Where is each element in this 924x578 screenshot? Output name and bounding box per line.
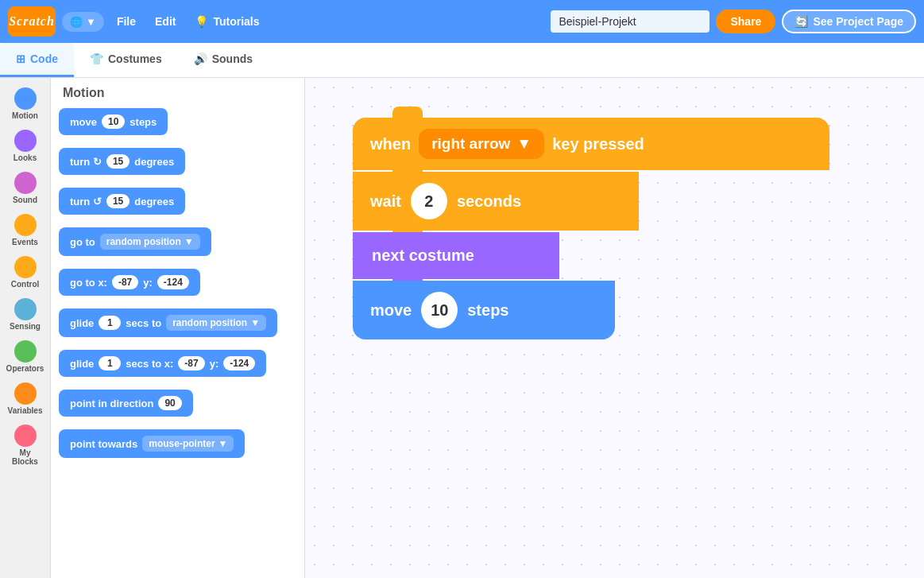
costume-label: next costume xyxy=(372,246,474,265)
sidebar-item-sound[interactable]: Sound xyxy=(2,169,48,208)
logo-text: Scratch xyxy=(9,14,55,29)
share-button[interactable]: Share xyxy=(716,10,775,33)
language-button[interactable]: 🌐 ▼ xyxy=(62,12,104,32)
see-project-label: See Project Page xyxy=(813,15,903,28)
lightbulb-icon: 💡 xyxy=(195,15,208,28)
block-point-dir[interactable]: point in direction 90 xyxy=(59,390,296,423)
glide-secs-label: secs to xyxy=(126,317,161,329)
block-wait-seconds[interactable]: wait 2 seconds xyxy=(353,172,829,231)
glide-xy-value: 1 xyxy=(99,356,121,370)
move-label: move xyxy=(70,116,97,128)
move-script-label: move xyxy=(370,301,412,320)
operators-label: Operators xyxy=(6,364,44,373)
sound-label: Sound xyxy=(13,196,37,204)
block-point-towards[interactable]: point towards mouse-pointer ▼ xyxy=(59,429,296,464)
block-turn-cw[interactable]: turn ↻ 15 degrees xyxy=(59,148,296,181)
point-towards-arrow: ▼ xyxy=(218,438,228,449)
tabs-bar: ⊞ Code 👕 Costumes 🔊 Sounds xyxy=(0,43,924,78)
block-next-costume[interactable]: next costume xyxy=(353,232,829,279)
glide-xy-secs-label: secs to x: xyxy=(126,358,173,370)
costume-block: next costume xyxy=(353,232,559,279)
turn-ccw-label: turn ↺ xyxy=(70,196,102,208)
goto-xy-label: go to x: xyxy=(70,277,107,289)
turn-cw-value: 15 xyxy=(106,154,130,169)
point-towards-dropdown[interactable]: mouse-pointer ▼ xyxy=(142,436,234,452)
glide-xy-y-value: -124 xyxy=(223,356,255,370)
sidebar-item-myblocks[interactable]: My Blocks xyxy=(2,421,48,469)
block-turn-ccw[interactable]: turn ↺ 15 degrees xyxy=(59,188,296,221)
move-value-circle[interactable]: 10 xyxy=(421,292,458,328)
point-towards-value: mouse-pointer xyxy=(149,438,215,449)
blocks-panel: Motion move 10 steps turn ↻ 15 degrees t… xyxy=(51,78,305,578)
file-menu[interactable]: File xyxy=(110,11,142,32)
dropdown-arrow-icon: ▼ xyxy=(516,135,532,153)
code-tab-label: Code xyxy=(30,52,58,65)
variables-label: Variables xyxy=(8,406,43,415)
block-goto[interactable]: go to random position ▼ xyxy=(59,227,296,262)
key-dropdown[interactable]: right arrow ▼ xyxy=(419,129,544,159)
key-dropdown-value: right arrow xyxy=(431,135,510,153)
code-tab-icon: ⊞ xyxy=(16,52,25,65)
motion-dot xyxy=(14,87,37,110)
degrees-ccw-label: degrees xyxy=(134,196,174,208)
main-layout: Motion Looks Sound Events Control Sensin… xyxy=(0,78,924,578)
turn-ccw-value: 15 xyxy=(106,194,130,208)
myblocks-label: My Blocks xyxy=(7,448,44,466)
sensing-label: Sensing xyxy=(10,322,41,331)
tab-sounds[interactable]: 🔊 Sounds xyxy=(178,43,269,77)
see-project-button[interactable]: 🔄 See Project Page xyxy=(782,10,916,33)
sidebar-item-motion[interactable]: Motion xyxy=(2,84,48,123)
goto-dropdown-arrow: ▼ xyxy=(184,236,194,247)
block-move-steps[interactable]: move 10 steps xyxy=(59,108,296,142)
puzzle-fill-wait xyxy=(392,172,423,184)
sidebar-item-sensing[interactable]: Sensing xyxy=(2,295,48,334)
block-glide-to[interactable]: glide 1 secs to random position ▼ xyxy=(59,308,296,343)
variables-dot xyxy=(14,382,37,405)
point-dir-value: 90 xyxy=(158,396,181,410)
edit-menu[interactable]: Edit xyxy=(149,11,182,32)
project-name-input[interactable] xyxy=(551,10,709,33)
wait-label: wait xyxy=(370,192,401,211)
sidebar-item-events[interactable]: Events xyxy=(2,211,48,250)
sidebar-item-operators[interactable]: Operators xyxy=(2,337,48,376)
sidebar-item-looks[interactable]: Looks xyxy=(2,126,48,165)
block-glide-xy[interactable]: glide 1 secs to x: -87 y: -124 xyxy=(59,350,296,383)
see-project-icon: 🔄 xyxy=(794,15,808,28)
scripting-area[interactable]: when right arrow ▼ key pressed wait 2 xyxy=(305,78,924,578)
goto-y-label: y: xyxy=(143,277,153,289)
key-pressed-label: key pressed xyxy=(552,135,644,153)
point-towards-label: point towards xyxy=(70,438,137,450)
goto-dropdown[interactable]: random position ▼ xyxy=(100,234,200,250)
wait-value-circle[interactable]: 2 xyxy=(411,183,447,219)
block-goto-xy[interactable]: go to x: -87 y: -124 xyxy=(59,269,296,302)
scratch-logo[interactable]: Scratch xyxy=(8,6,56,37)
glide-xy-label: glide xyxy=(70,358,94,370)
seconds-label: seconds xyxy=(457,192,521,211)
sidebar-item-control[interactable]: Control xyxy=(2,253,48,292)
sounds-tab-label: Sounds xyxy=(212,52,253,65)
goto-y-value: -124 xyxy=(157,275,189,289)
events-dot xyxy=(14,214,37,236)
blocks-sidebar: Motion Looks Sound Events Control Sensin… xyxy=(0,78,51,578)
sensing-dot xyxy=(14,298,37,320)
tab-code[interactable]: ⊞ Code xyxy=(0,43,74,77)
sidebar-item-variables[interactable]: Variables xyxy=(2,379,48,418)
costumes-tab-label: Costumes xyxy=(108,52,162,65)
wait-value: 2 xyxy=(424,192,433,211)
sound-dot xyxy=(14,172,37,194)
glide-dropdown-arrow: ▼ xyxy=(250,317,260,328)
glide-to-label: glide xyxy=(70,317,94,329)
glide-to-value: 1 xyxy=(99,316,121,330)
control-dot xyxy=(14,256,37,278)
tab-costumes[interactable]: 👕 Costumes xyxy=(74,43,178,77)
glide-dropdown[interactable]: random position ▼ xyxy=(166,315,266,331)
tutorials-button[interactable]: 💡 Tutorials xyxy=(188,11,265,32)
sounds-tab-icon: 🔊 xyxy=(194,52,207,65)
goto-label: go to xyxy=(70,236,95,248)
category-title: Motion xyxy=(59,86,296,100)
block-when-key-pressed[interactable]: when right arrow ▼ key pressed xyxy=(353,118,829,170)
control-label: Control xyxy=(11,280,40,289)
motion-label: Motion xyxy=(12,111,38,120)
block-move-script[interactable]: move 10 steps xyxy=(353,281,829,339)
script-stack: when right arrow ▼ key pressed wait 2 xyxy=(353,118,829,339)
